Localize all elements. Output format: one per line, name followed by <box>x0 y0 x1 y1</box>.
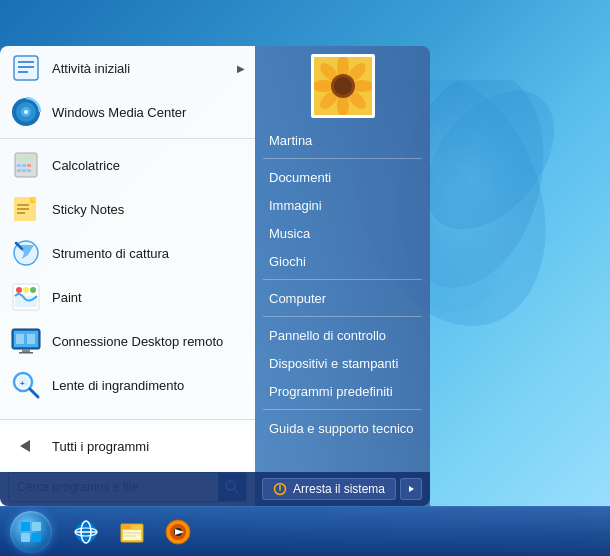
all-programs-item[interactable]: Tutti i programmi <box>0 424 255 468</box>
attivita-label: Attività iniziali <box>52 61 227 76</box>
all-programs-icon <box>10 430 42 462</box>
svg-rect-17 <box>17 169 21 172</box>
menu-item-lente[interactable]: + Lente di ingrandimento <box>0 363 255 407</box>
arrow-right-icon <box>406 484 416 494</box>
svg-rect-68 <box>32 522 41 531</box>
shutdown-icon <box>273 482 287 496</box>
svg-rect-77 <box>123 530 141 540</box>
sticky-label: Sticky Notes <box>52 202 245 217</box>
right-item-musica[interactable]: Musica <box>255 219 430 247</box>
right-item-dispositivi[interactable]: Dispositivi e stampanti <box>255 349 430 377</box>
right-item-martina[interactable]: Martina <box>255 126 430 154</box>
start-menu: Attività iniziali ▶ Windows M <box>0 46 430 506</box>
shutdown-label: Arresta il sistema <box>293 482 385 496</box>
taskbar-explorer-button[interactable] <box>110 511 154 553</box>
paint-label: Paint <box>52 290 245 305</box>
solitario-icon: ♠ ♥ <box>10 413 42 415</box>
right-divider-1 <box>263 158 422 159</box>
right-item-guida[interactable]: Guida e supporto tecnico <box>255 414 430 442</box>
strumento-icon <box>10 237 42 269</box>
start-button[interactable] <box>4 510 58 554</box>
lente-label: Lente di ingrandimento <box>52 378 245 393</box>
connessione-icon <box>10 325 42 357</box>
svg-rect-37 <box>27 334 35 344</box>
svg-rect-70 <box>32 533 41 542</box>
paint-icon <box>10 281 42 313</box>
sticky-icon <box>10 193 42 225</box>
svg-point-11 <box>24 110 28 114</box>
right-divider-2 <box>263 279 422 280</box>
right-item-computer[interactable]: Computer <box>255 284 430 312</box>
svg-marker-66 <box>409 486 414 492</box>
menu-item-strumento[interactable]: Strumento di cattura <box>0 231 255 275</box>
right-item-programmi[interactable]: Programmi predefiniti <box>255 377 430 405</box>
desktop: Attività iniziali ▶ Windows M <box>0 0 610 556</box>
svg-rect-15 <box>22 164 26 167</box>
menu-right-panel: Martina Documenti Immagini Musica Giochi… <box>255 46 430 506</box>
lente-icon: + <box>10 369 42 401</box>
windows-logo-icon <box>19 520 43 544</box>
strumento-label: Strumento di cattura <box>52 246 245 261</box>
svg-rect-76 <box>121 524 131 529</box>
shutdown-arrow-button[interactable] <box>400 478 422 500</box>
svg-rect-35 <box>19 352 33 354</box>
wmc-icon <box>10 96 42 128</box>
svg-rect-14 <box>17 164 21 167</box>
start-orb <box>10 511 52 553</box>
attivita-arrow: ▶ <box>237 63 245 74</box>
wmp-icon <box>164 518 192 546</box>
svg-rect-13 <box>17 155 35 162</box>
right-item-pannello[interactable]: Pannello di controllo <box>255 321 430 349</box>
attivita-icon <box>10 52 42 84</box>
svg-rect-19 <box>27 169 31 172</box>
menu-item-connessione[interactable]: Connessione Desktop remoto <box>0 319 255 363</box>
menu-item-paint[interactable]: Paint <box>0 275 255 319</box>
menu-left-panel: Attività iniziali ▶ Windows M <box>0 46 255 506</box>
explorer-icon <box>118 518 146 546</box>
taskbar-ie-button[interactable] <box>64 511 108 553</box>
svg-rect-18 <box>22 169 26 172</box>
menu-item-attivita[interactable]: Attività iniziali ▶ <box>0 46 255 90</box>
menu-divider-2 <box>0 419 255 420</box>
svg-point-29 <box>23 287 29 293</box>
menu-items-list: Attività iniziali ▶ Windows M <box>0 46 255 415</box>
right-item-documenti[interactable]: Documenti <box>255 163 430 191</box>
svg-rect-69 <box>21 533 30 542</box>
svg-point-28 <box>16 287 22 293</box>
svg-point-30 <box>30 287 36 293</box>
svg-rect-34 <box>22 349 30 352</box>
svg-point-63 <box>334 77 352 95</box>
menu-bottom-bar: Arresta il sistema <box>0 472 430 506</box>
right-item-immagini[interactable]: Immagini <box>255 191 430 219</box>
menu-divider-1 <box>0 138 255 139</box>
shutdown-button[interactable]: Arresta il sistema <box>262 478 396 500</box>
right-divider-3 <box>263 316 422 317</box>
menu-item-calcolatrice[interactable]: Calcolatrice <box>0 143 255 187</box>
connessione-label: Connessione Desktop remoto <box>52 334 245 349</box>
calcolatrice-label: Calcolatrice <box>52 158 245 173</box>
taskbar <box>0 506 610 556</box>
wmc-label: Windows Media Center <box>52 105 245 120</box>
all-programs-label: Tutti i programmi <box>52 439 245 454</box>
svg-rect-16 <box>27 164 31 167</box>
menu-item-wmc[interactable]: Windows Media Center <box>0 90 255 134</box>
user-avatar[interactable] <box>311 54 375 118</box>
svg-rect-36 <box>16 334 24 344</box>
right-divider-4 <box>263 409 422 410</box>
svg-rect-67 <box>21 522 30 531</box>
svg-line-40 <box>30 389 38 397</box>
svg-text:+: + <box>20 379 25 388</box>
svg-marker-50 <box>20 440 30 452</box>
calcolatrice-icon <box>10 149 42 181</box>
right-item-giochi[interactable]: Giochi <box>255 247 430 275</box>
taskbar-wmp-button[interactable] <box>156 511 200 553</box>
menu-item-sticky[interactable]: Sticky Notes <box>0 187 255 231</box>
ie-icon <box>72 518 100 546</box>
menu-item-solitario[interactable]: ♠ ♥ Solitario <box>0 407 255 415</box>
